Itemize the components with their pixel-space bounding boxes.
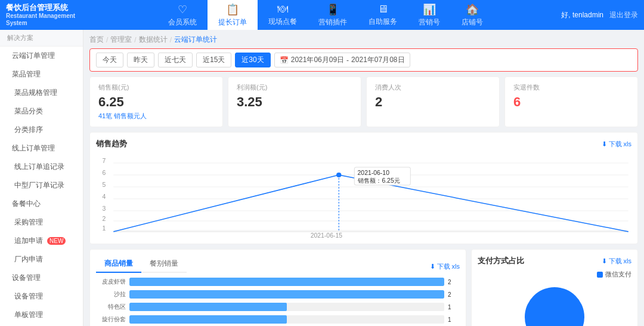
breadcrumb-manage[interactable]: 管理室 <box>110 35 132 45</box>
sidebar-item-online-orders[interactable]: 线上订单管理 <box>0 139 83 158</box>
filter-btn-yesterday[interactable]: 昨天 <box>127 53 154 67</box>
nav-label-orders: 提长订单 <box>218 17 247 27</box>
svg-text:7: 7 <box>102 158 106 164</box>
bottom-row: 商品销量 餐别销量 ⬇ 下载 xls 皮皮虾饼 2 <box>89 249 638 326</box>
orders-icon: 📋 <box>226 3 239 16</box>
product-download-btn[interactable]: ⬇ 下载 xls <box>430 262 460 271</box>
sidebar: 解决方案 云端订单管理 菜品管理 菜品规格管理 菜品分类 分类排序 线上订单管理… <box>0 30 83 326</box>
logout-button[interactable]: 退出登录 <box>609 10 638 20</box>
filter-btn-7days[interactable]: 近七天 <box>158 53 193 67</box>
bar-track-3 <box>129 315 444 324</box>
sidebar-item-device[interactable]: 设备管理 <box>0 287 83 306</box>
user-greeting: 好, tenladmin <box>561 10 603 20</box>
product-tab-bar: 商品销量 餐别销量 <box>96 256 187 273</box>
svg-text:2021-06-15: 2021-06-15 <box>311 232 343 238</box>
nav-item-dining[interactable]: 🍽 现场点餐 <box>258 0 308 30</box>
bar-track-2 <box>129 303 444 311</box>
breadcrumb-sep2: / <box>134 36 136 44</box>
bar-row-3: 旋行份套 1 <box>96 315 460 324</box>
nav-item-marketing[interactable]: 📱 营销插件 <box>308 0 358 30</box>
sidebar-item-add-apply[interactable]: 追加申请 NEW <box>0 232 83 250</box>
svg-text:4: 4 <box>102 193 106 200</box>
sidebar-item-cloud-orders[interactable]: 云端订单管理 <box>0 47 83 65</box>
breadcrumb-sep3: / <box>170 36 172 44</box>
breadcrumb-sep1: / <box>106 36 108 44</box>
pay-chart-title: 支付方式占比 <box>478 256 524 266</box>
main-content: 首页 / 管理室 / 数据统计 / 云端订单统计 今天 昨天 近七天 近15天 … <box>83 30 644 326</box>
stat-sub-sales: 41笔 销售额元人 <box>98 112 214 121</box>
tab-product-sales[interactable]: 商品销量 <box>96 256 141 273</box>
svg-text:5: 5 <box>102 182 106 188</box>
svg-text:1: 1 <box>102 225 106 232</box>
stat-card-sales: 销售额(元) 6.25 41笔 销售额元人 <box>89 76 223 127</box>
calendar-icon: 📅 <box>280 56 289 64</box>
bar-fill-3 <box>129 315 287 324</box>
trend-download-btn[interactable]: ⬇ 下载 xls <box>602 140 632 149</box>
nav-item-marketing2[interactable]: 📊 营销号 <box>408 0 451 30</box>
pie-chart-container: 微信支付:100% <box>478 281 631 326</box>
app-logo: 餐饮后台管理系统 Restaurant Management System <box>6 3 89 27</box>
stat-value-sales: 6.25 <box>98 94 214 110</box>
trend-chart-title: 销售趋势 <box>96 139 127 149</box>
download-icon: ⬇ <box>602 140 607 148</box>
legend-label-wechat: 微信支付 <box>605 270 631 279</box>
pay-download-btn[interactable]: ⬇ 下载 xls <box>602 257 632 266</box>
line-chart: 7 6 5 4 3 2 1 <box>96 154 631 238</box>
breadcrumb-data[interactable]: 数据统计 <box>139 35 168 45</box>
breadcrumb-home[interactable]: 首页 <box>89 35 104 45</box>
sidebar-item-purchase[interactable]: 采购管理 <box>0 213 83 232</box>
stat-label-customers: 消费人次 <box>375 83 491 92</box>
membership-icon: ♡ <box>178 3 187 16</box>
nav-item-store[interactable]: 🏠 店铺号 <box>451 0 494 30</box>
product-download-icon: ⬇ <box>430 263 435 270</box>
stat-value-refund: 6 <box>513 94 629 110</box>
marketing-icon: 📱 <box>326 3 339 16</box>
tab-meal-sales[interactable]: 餐别销量 <box>141 256 187 273</box>
legend-dot-wechat <box>597 272 603 278</box>
stat-value-customers: 2 <box>375 94 491 110</box>
sidebar-item-factory-apply[interactable]: 厂内申请 <box>0 250 83 269</box>
bar-fill-2 <box>129 303 287 311</box>
stat-card-refund: 实退件数 6 <box>504 76 638 127</box>
sidebar-item-dishes[interactable]: 菜品管理 <box>0 65 83 84</box>
sidebar-item-dish-category[interactable]: 菜品分类 <box>0 102 83 121</box>
logo-title: 餐饮后台管理系统 <box>6 3 89 13</box>
trend-chart-section: 销售趋势 ⬇ 下载 xls 7 6 5 4 3 2 1 <box>89 132 638 244</box>
bar-label-1: 沙拉 <box>96 290 126 299</box>
bar-val-1: 2 <box>448 291 460 298</box>
pie-slice-wechat <box>525 287 584 326</box>
bar-row-1: 沙拉 2 <box>96 290 460 299</box>
date-range-picker[interactable]: 📅 2021年06月09日 - 2021年07月08日 <box>274 53 410 67</box>
sidebar-item-catering[interactable]: 备餐中心 <box>0 195 83 213</box>
sidebar-item-factory-record[interactable]: 中型厂订单记录 <box>0 176 83 195</box>
pay-download-icon: ⬇ <box>602 257 607 265</box>
filter-btn-today[interactable]: 今天 <box>96 53 123 67</box>
sidebar-item-category-sort[interactable]: 分类排序 <box>0 121 83 139</box>
nav-item-orders[interactable]: 📋 提长订单 <box>208 0 258 30</box>
sidebar-item-dish-spec[interactable]: 菜品规格管理 <box>0 84 83 102</box>
stats-row: 销售额(元) 6.25 41笔 销售额元人 利润额(元) 3.25 消费人次 2… <box>89 76 638 127</box>
nav-item-membership[interactable]: ♡ 会员系统 <box>157 0 208 30</box>
marketing2-icon: 📊 <box>423 3 436 16</box>
legend-wechat: 微信支付 <box>597 270 631 279</box>
bar-val-2: 1 <box>448 304 460 310</box>
date-end: 2021年07月08日 <box>351 55 404 65</box>
breadcrumb: 首页 / 管理室 / 数据统计 / 云端订单统计 <box>89 35 638 45</box>
filter-btn-30days[interactable]: 近30天 <box>235 53 270 67</box>
sidebar-item-device-mgmt[interactable]: 设备管理 <box>0 269 83 287</box>
bar-track-0 <box>129 278 444 286</box>
sidebar-item-board[interactable]: 单板管理 <box>0 306 83 324</box>
bar-row-0: 皮皮虾饼 2 <box>96 278 460 286</box>
pay-chart-header: 支付方式占比 ⬇ 下载 xls <box>478 256 631 266</box>
svg-text:6: 6 <box>102 170 106 176</box>
bar-val-0: 2 <box>448 279 460 285</box>
bar-fill-1 <box>129 290 444 299</box>
nav-label-dining: 现场点餐 <box>268 17 297 27</box>
product-chart-header: 商品销量 餐别销量 ⬇ 下载 xls <box>96 256 460 278</box>
nav-right: 好, tenladmin 退出登录 <box>561 10 638 20</box>
nav-item-self-service[interactable]: 🖥 自助服务 <box>358 0 408 30</box>
nav-label-marketing: 营销插件 <box>318 17 347 27</box>
sidebar-item-online-record[interactable]: 线上订单追记录 <box>0 158 83 176</box>
breadcrumb-current: 云端订单统计 <box>174 35 217 45</box>
filter-btn-15days[interactable]: 近15天 <box>196 53 231 67</box>
